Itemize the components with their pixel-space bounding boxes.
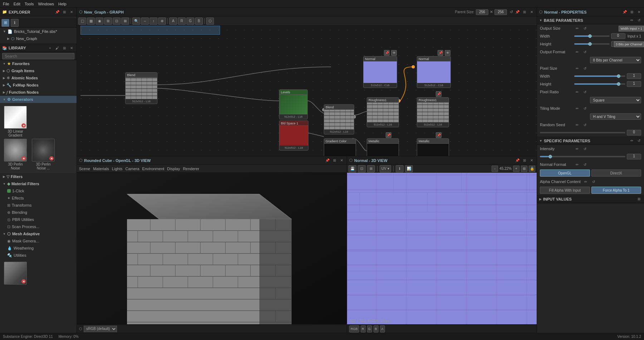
library-close[interactable]: ✕	[69, 45, 74, 51]
pixel-ratio-select[interactable]: Square Landscape Portrait	[590, 97, 641, 103]
thumb-3d-perlin-noise-2[interactable]: ★ 3D PerlinNoise ...	[31, 139, 56, 170]
view2d-channel-b[interactable]: B	[374, 325, 379, 332]
lib-item-mask-genera[interactable]: ◉ Mask Genera...	[0, 237, 77, 245]
output-height-slider[interactable]	[574, 43, 610, 45]
graph-close-btn[interactable]: ✕	[529, 9, 535, 15]
graph-tb-btn10[interactable]: ⊕	[158, 18, 166, 25]
graph-tb-btn14[interactable]: B	[195, 18, 203, 25]
sp-reset-btn[interactable]: ↺	[636, 138, 642, 144]
tiling-edit[interactable]: ✏	[574, 105, 580, 111]
parent-size-h-input[interactable]	[494, 9, 507, 15]
library-category-favorites[interactable]: ▼ ★ Favorites	[0, 60, 77, 67]
graph-tb-btn11[interactable]: A	[169, 18, 177, 25]
weathering-thumb[interactable]: ★	[3, 262, 28, 285]
view3d-pin[interactable]: 📌	[325, 158, 330, 163]
intensity-edit[interactable]: ✏	[574, 146, 580, 152]
graph-tb-btn7[interactable]: 🔍	[132, 18, 140, 25]
input-values-header[interactable]: ▶ INPUT VALUES ⊞	[537, 195, 644, 203]
node-normal1-pin[interactable]: 📌	[384, 50, 390, 56]
normal-format-directx-btn[interactable]: DirectX	[591, 169, 641, 177]
view2d-channel-r[interactable]: R	[361, 325, 366, 332]
view2d-save3[interactable]: ⊞	[367, 165, 375, 172]
node-normal2-eye[interactable]: 👁	[445, 50, 450, 56]
format-reset[interactable]: ↺	[582, 49, 588, 55]
intensity-reset[interactable]: ↺	[582, 146, 588, 152]
thumb-3d-perlin-noise-1[interactable]: ★ 3D PerlinNoise	[3, 139, 28, 170]
graph-tb-btn9[interactable]: ↕	[150, 18, 157, 25]
tiling-mode-select[interactable]: H and V Tiling No Tiling	[590, 113, 641, 120]
graph-tb-btn12[interactable]: R	[178, 18, 186, 25]
graph-tb-btn3[interactable]: ◉	[96, 18, 103, 25]
output-format-select[interactable]: 8 Bits per Channel 16 Bits per Channel	[590, 57, 641, 63]
tab-materials[interactable]: Materials	[92, 167, 110, 171]
library-category-filters[interactable]: ▶ ▽ Filters	[0, 173, 77, 180]
tiling-reset[interactable]: ↺	[582, 105, 588, 111]
pixel-w-slider-track[interactable]	[574, 75, 625, 77]
lib-item-utilities[interactable]: 🔩 Utilities	[0, 252, 77, 259]
pixel-ratio-edit[interactable]: ✏	[574, 89, 580, 95]
view2d-lock[interactable]: 🔒	[529, 166, 535, 172]
explorer-float[interactable]: ⊞	[62, 9, 67, 15]
graph-tb-btn8[interactable]: ↔	[141, 18, 149, 25]
lib-item-effects[interactable]: ✦ Effects	[0, 194, 77, 202]
menu-windows[interactable]: Windows	[38, 2, 54, 6]
graph-tb-btn13[interactable]: G	[186, 18, 194, 25]
graph-tb-btn5[interactable]: ⊡	[113, 18, 121, 25]
normal-format-opengl-btn[interactable]: OpenGL	[540, 169, 590, 177]
alpha-edit[interactable]: ✏	[583, 179, 589, 184]
library-category-fxmap-nodes[interactable]: ▶ 🔧 FxMap Nodes	[0, 82, 77, 89]
view2d-zoom-out[interactable]: -	[492, 166, 498, 172]
view3d-content[interactable]: 📷 💡	[77, 173, 347, 324]
node-roughness2[interactable]: 📌 Roughness1 512x512 - L16	[417, 97, 449, 127]
node-normal1-eye[interactable]: 👁	[391, 50, 397, 56]
view2d-chart[interactable]: 📊	[405, 165, 413, 172]
view2d-zoom-in[interactable]: +	[513, 166, 519, 172]
view2d-zoom-fit[interactable]: ⊞	[521, 166, 527, 172]
format-edit[interactable]: ✏	[574, 49, 580, 55]
normal-format-reset[interactable]: ↺	[582, 162, 588, 167]
menu-edit[interactable]: Edit	[14, 2, 20, 6]
explorer-close[interactable]: ✕	[69, 9, 74, 15]
node-blend2[interactable]: Blend 512x512 - L16	[324, 104, 354, 134]
lib-item-1-click[interactable]: 1-Click	[0, 187, 77, 194]
colorspace-select[interactable]: sRGB (default)	[84, 326, 117, 332]
menu-tools[interactable]: Tools	[25, 2, 34, 6]
view2d-channel-a[interactable]: A	[380, 325, 385, 332]
specific-parameters-header[interactable]: ▼ SPECIFIC PARAMETERS ✏ ↺	[537, 137, 644, 145]
pixel-size-reset[interactable]: ↺	[582, 65, 588, 71]
bp-reset-btn[interactable]: ↺	[636, 18, 642, 23]
graph-tb-btn1[interactable]: ▢	[78, 18, 86, 25]
alpha-fill-input-btn[interactable]: Fill Alpha With Input	[540, 187, 590, 194]
pixel-h-slider-track[interactable]	[574, 83, 625, 85]
output-size-reset[interactable]: ↺	[582, 25, 588, 31]
explorer-tab-tree[interactable]: ⊞	[1, 19, 9, 27]
lib-item-blending[interactable]: ⊕ Blending	[0, 209, 77, 216]
view2d-info[interactable]: ℹ	[396, 165, 404, 172]
menu-help[interactable]: Help	[58, 2, 67, 6]
library-brush-btn[interactable]: 🖌	[54, 45, 60, 51]
graph-tb-btn6[interactable]: ⊠	[121, 18, 129, 25]
parent-size-w-input[interactable]	[476, 9, 488, 15]
lib-item-weathering[interactable]: 💧 Weathering	[0, 245, 77, 252]
graph-float-btn[interactable]: ⊞	[522, 9, 527, 15]
normal-format-edit[interactable]: ✏	[574, 162, 580, 167]
iv-expand-btn[interactable]: ⊞	[636, 196, 642, 202]
properties-float[interactable]: ⊞	[629, 9, 635, 15]
view2d-float[interactable]: ⊞	[522, 158, 527, 163]
node-roughness2-pin[interactable]: 📌	[436, 91, 441, 97]
tab-scene[interactable]: Scene	[78, 167, 91, 171]
lib-item-transforms[interactable]: ⊞ Transforms	[0, 202, 77, 209]
node-levels1[interactable]: Levels 512x512 - L16	[279, 89, 308, 119]
alpha-force-btn[interactable]: Force Alpha To 1	[591, 187, 641, 194]
random-seed-slider[interactable]	[540, 132, 625, 133]
view2d-close[interactable]: ✕	[529, 158, 535, 163]
properties-close[interactable]: ✕	[636, 9, 642, 15]
view3d-float[interactable]: ⊞	[332, 158, 337, 163]
node-metallic2-pin[interactable]: 📌	[436, 132, 441, 138]
output-width-slider[interactable]	[574, 35, 610, 37]
menu-file[interactable]: File	[3, 2, 9, 6]
graph-refresh-btn[interactable]: ↺	[510, 10, 513, 14]
lib-item-pbr-utilities[interactable]: ◎ PBR Utilities	[0, 216, 77, 223]
search-input[interactable]	[2, 53, 74, 59]
graph-tb-btn4[interactable]: ⊞	[104, 18, 112, 25]
